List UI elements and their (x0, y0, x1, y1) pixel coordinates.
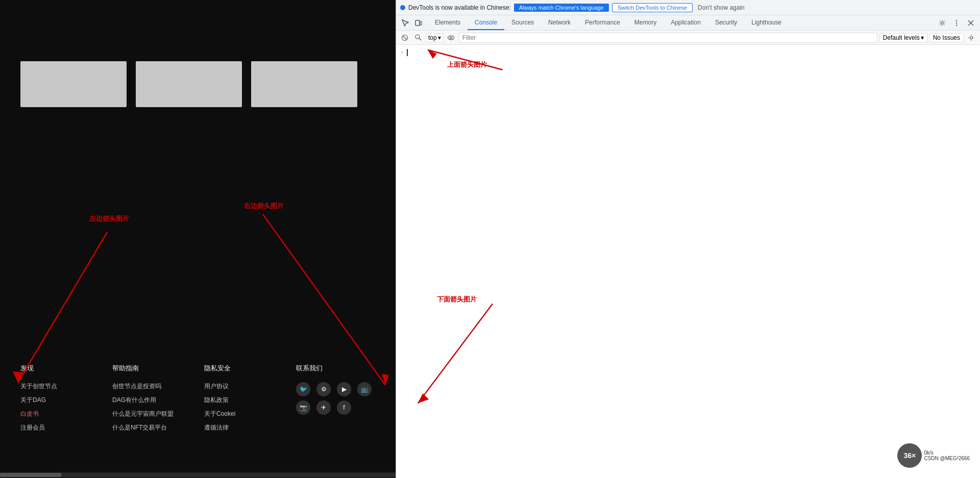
footer-item-2-2[interactable]: DAG有什么作用 (112, 396, 204, 405)
twitch-icon[interactable]: 📺 (357, 382, 372, 396)
footer-item-3-2[interactable]: 隐私政策 (204, 396, 296, 405)
footer-col-privacy: 隐私安全 用户协议 隐私政策 关于Cookei 遵循法律 (204, 364, 296, 437)
console-secondary-bar: top ▾ Default levels ▾ No Issues (396, 31, 980, 45)
footer-item-3-1[interactable]: 用户协议 (204, 382, 296, 391)
devtools-toolbar-right (933, 17, 980, 29)
footer-item-1-1[interactable]: 关于创世节点 (20, 382, 112, 391)
footer-col-discover: 发现 关于创世节点 关于DAG 白皮书 注册会员 (20, 364, 112, 437)
footer-item-3-4[interactable]: 遵循法律 (204, 423, 296, 432)
watermark-circle: 36× (897, 443, 922, 468)
dismiss-button[interactable]: Don't show again (698, 4, 745, 11)
facebook-icon[interactable]: f (337, 400, 351, 415)
image-placeholder-1 (20, 61, 127, 107)
filter-input[interactable] (459, 33, 877, 43)
telegram-icon[interactable]: ✈ (316, 400, 331, 415)
footer-item-3-3[interactable]: 关于Cookei (204, 410, 296, 418)
notification-dot (400, 5, 405, 10)
svg-line-15 (419, 38, 421, 40)
image-placeholder-3 (251, 61, 357, 107)
twitter-icon[interactable]: 🐦 (296, 382, 310, 396)
footer-item-2-1[interactable]: 创世节点是投资吗 (112, 382, 204, 391)
tab-lighthouse[interactable]: Lighthouse (744, 15, 789, 30)
default-levels-button[interactable]: Default levels ▾ (879, 33, 927, 42)
watermark-stats: 0k/s CSDN @MEG²2666 (924, 450, 970, 461)
svg-point-16 (448, 36, 454, 40)
console-cursor (407, 49, 408, 56)
tab-console[interactable]: Console (468, 15, 504, 30)
discord-icon[interactable]: ⚙ (316, 382, 331, 396)
footer-col-contact: 联系我们 🐦 ⚙ ▶ 📺 📷 ✈ f (296, 364, 388, 437)
tab-network[interactable]: Network (541, 15, 578, 30)
scrollbar-track[interactable] (0, 473, 396, 477)
footer-col-title-4: 联系我们 (296, 364, 388, 373)
device-toolbar-icon[interactable] (412, 17, 425, 29)
devtools-icons-left (396, 17, 428, 29)
no-issues-label: No Issues (933, 34, 960, 41)
always-match-button[interactable]: Always match Chrome's language (514, 4, 609, 12)
annotation-right-arrow-label: 右边箭头图片 (244, 202, 284, 211)
devtools-arrows-svg (396, 45, 980, 478)
svg-point-17 (450, 37, 452, 39)
annotation-bottom-arrow-label: 下面箭头图片 (437, 295, 477, 304)
tab-application[interactable]: Application (664, 15, 708, 30)
prompt-arrow-icon: › (400, 49, 404, 56)
webpage-footer: 发现 关于创世节点 关于DAG 白皮书 注册会员 帮助指南 创世节点是投资吗 D… (0, 364, 396, 437)
tab-security[interactable]: Security (708, 15, 744, 30)
svg-rect-5 (420, 21, 422, 25)
devtools-tabs: Elements Console Sources Network Perform… (428, 15, 933, 30)
social-icons: 🐦 ⚙ ▶ 📺 📷 ✈ f (296, 382, 388, 415)
social-row-1: 🐦 ⚙ ▶ 📺 (296, 382, 388, 396)
default-levels-chevron: ▾ (921, 34, 924, 41)
image-placeholders-row (0, 0, 396, 107)
console-clear-icon[interactable] (399, 32, 410, 43)
webpage-scrollbar[interactable] (0, 472, 396, 478)
annotation-top-arrow-label: 上面箭头图片 (447, 60, 487, 69)
watermark-label: CSDN @MEG²2666 (924, 456, 970, 461)
svg-point-18 (970, 36, 973, 39)
scrollbar-thumb[interactable] (0, 473, 61, 477)
svg-marker-22 (418, 393, 429, 404)
eye-icon[interactable] (446, 32, 457, 43)
svg-point-9 (956, 24, 957, 26)
top-frame-label: top (428, 34, 437, 41)
close-devtools-icon[interactable] (965, 17, 977, 29)
switch-to-chinese-button[interactable]: Switch DevTools to Chinese (612, 3, 693, 12)
footer-col-title-1: 发现 (20, 364, 112, 373)
footer-item-2-4[interactable]: 什么是NFT交易平台 (112, 423, 204, 432)
social-row-2: 📷 ✈ f (296, 400, 388, 415)
top-frame-chevron: ▾ (438, 34, 441, 41)
tab-performance[interactable]: Performance (578, 15, 627, 30)
console-settings-icon[interactable] (966, 32, 977, 43)
settings-icon[interactable] (936, 17, 948, 29)
top-frame-selector[interactable]: top ▾ (426, 33, 444, 42)
tab-memory[interactable]: Memory (627, 15, 664, 30)
svg-point-8 (956, 22, 957, 23)
watermark-speed: 0k/s (924, 450, 970, 456)
footer-item-1-2[interactable]: 关于DAG (20, 396, 112, 405)
no-issues-button[interactable]: No Issues (929, 33, 964, 42)
webpage-panel: 发现 关于创世节点 关于DAG 白皮书 注册会员 帮助指南 创世节点是投资吗 D… (0, 0, 396, 478)
svg-rect-4 (415, 20, 420, 26)
tab-elements[interactable]: Elements (428, 15, 468, 30)
svg-line-13 (403, 36, 407, 39)
footer-item-1-4[interactable]: 注册会员 (20, 423, 112, 432)
image-placeholder-2 (136, 61, 242, 107)
console-filter-icon[interactable] (412, 32, 424, 43)
youtube-icon[interactable]: ▶ (337, 382, 351, 396)
footer-item-1-3[interactable]: 白皮书 (20, 410, 112, 418)
more-options-icon[interactable] (950, 17, 963, 29)
svg-point-6 (941, 21, 944, 24)
svg-line-2 (263, 214, 385, 385)
devtools-toolbar: Elements Console Sources Network Perform… (396, 15, 980, 31)
footer-item-2-3[interactable]: 什么是元宇宙商户联盟 (112, 410, 204, 418)
watermark: 36× 0k/s CSDN @MEG²2666 (897, 443, 970, 468)
svg-line-0 (18, 232, 107, 383)
instagram-icon[interactable]: 📷 (296, 400, 310, 415)
console-content-area[interactable]: › 上面箭头图片 下面箭头图片 (396, 45, 980, 478)
footer-col-help: 帮助指南 创世节点是投资吗 DAG有什么作用 什么是元宇宙商户联盟 什么是NFT… (112, 364, 204, 437)
svg-line-21 (418, 304, 493, 403)
inspect-element-icon[interactable] (399, 17, 411, 29)
footer-columns: 发现 关于创世节点 关于DAG 白皮书 注册会员 帮助指南 创世节点是投资吗 D… (20, 364, 388, 437)
tab-sources[interactable]: Sources (504, 15, 541, 30)
console-prompt-line[interactable]: › (396, 47, 980, 58)
